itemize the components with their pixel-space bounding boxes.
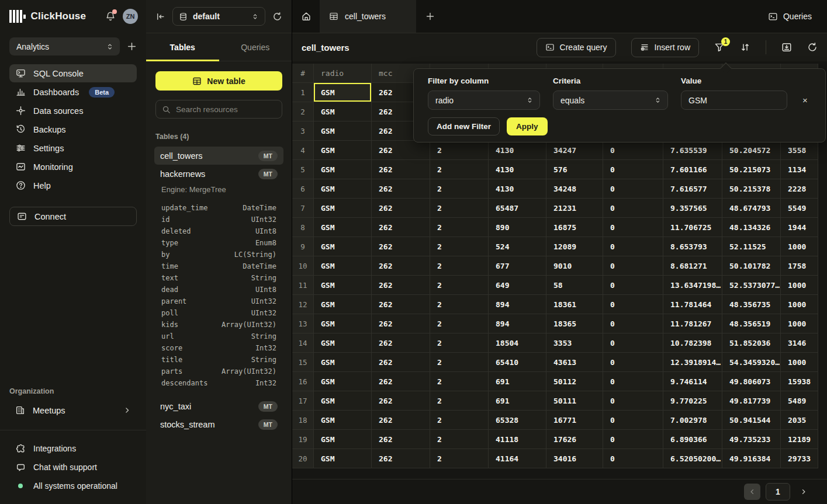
- data-cell[interactable]: 1000: [781, 295, 818, 314]
- data-cell[interactable]: 0: [603, 314, 663, 333]
- data-cell[interactable]: 262: [372, 314, 430, 333]
- queries-link[interactable]: Queries: [768, 0, 827, 33]
- data-cell[interactable]: 2: [430, 199, 489, 218]
- data-cell[interactable]: GSM: [314, 295, 372, 314]
- new-tab-button[interactable]: [416, 0, 444, 33]
- data-cell[interactable]: 649: [489, 276, 546, 295]
- data-cell[interactable]: 691: [489, 391, 546, 411]
- data-cell[interactable]: 50.215378: [722, 179, 781, 199]
- workspace-select[interactable]: Analytics: [9, 37, 120, 55]
- data-cell[interactable]: 262: [372, 449, 430, 468]
- data-cell[interactable]: 890: [489, 218, 546, 237]
- data-cell[interactable]: GSM: [314, 83, 372, 102]
- sidebar-item-settings[interactable]: Settings: [9, 139, 137, 157]
- data-cell[interactable]: 0: [603, 333, 663, 353]
- apply-filter-button[interactable]: Apply: [507, 117, 548, 135]
- data-cell[interactable]: 7.616577: [663, 179, 722, 199]
- data-cell[interactable]: 3558: [781, 141, 818, 160]
- data-cell[interactable]: 262: [372, 333, 430, 353]
- data-cell[interactable]: 1000: [781, 314, 818, 333]
- data-cell[interactable]: 50111: [546, 391, 603, 411]
- add-workspace-button[interactable]: [127, 41, 137, 51]
- footer-item-integrations[interactable]: Integrations: [9, 440, 137, 457]
- data-cell[interactable]: 2: [430, 333, 489, 353]
- data-cell[interactable]: 65410: [489, 353, 546, 372]
- data-cell[interactable]: 0: [603, 218, 663, 237]
- sidebar-item-backups[interactable]: Backups: [9, 120, 137, 138]
- row-number-cell[interactable]: 1: [292, 83, 314, 102]
- filter-criteria-select[interactable]: equals: [553, 91, 668, 110]
- next-page-button[interactable]: [795, 484, 812, 500]
- data-cell[interactable]: 0: [603, 179, 663, 199]
- data-cell[interactable]: 18361: [546, 295, 603, 314]
- row-number-cell[interactable]: 7: [292, 199, 314, 218]
- table-list-item-cell_towers[interactable]: cell_towersMT: [154, 147, 283, 165]
- data-cell[interactable]: 10.782398: [663, 333, 722, 353]
- data-cell[interactable]: 51.852036: [722, 333, 781, 353]
- tab-tables[interactable]: Tables: [146, 33, 219, 61]
- data-cell[interactable]: GSM: [314, 102, 372, 121]
- row-number-cell[interactable]: 16: [292, 372, 314, 391]
- data-cell[interactable]: 8.681271: [663, 256, 722, 276]
- refresh-icon[interactable]: [807, 42, 818, 53]
- data-cell[interactable]: 18504: [489, 333, 546, 353]
- data-cell[interactable]: 1000: [781, 237, 818, 256]
- database-select[interactable]: default: [172, 7, 265, 26]
- data-cell[interactable]: 262: [372, 353, 430, 372]
- row-number-cell[interactable]: 2: [292, 102, 314, 121]
- data-cell[interactable]: 41164: [489, 449, 546, 468]
- data-cell[interactable]: 894: [489, 314, 546, 333]
- data-cell[interactable]: 0: [603, 160, 663, 179]
- data-cell[interactable]: 16875: [546, 218, 603, 237]
- data-cell[interactable]: 262: [372, 179, 430, 199]
- data-cell[interactable]: 6.890366: [663, 430, 722, 449]
- sidebar-item-help[interactable]: Help: [9, 176, 137, 194]
- data-cell[interactable]: 262: [372, 391, 430, 411]
- collapse-panel-icon[interactable]: [155, 12, 165, 22]
- data-cell[interactable]: 262: [372, 411, 430, 430]
- data-cell[interactable]: 576: [546, 160, 603, 179]
- notifications-bell-icon[interactable]: [105, 11, 116, 22]
- data-cell[interactable]: 262: [372, 237, 430, 256]
- data-cell[interactable]: 34248: [546, 179, 603, 199]
- row-number-cell[interactable]: 15: [292, 353, 314, 372]
- data-cell[interactable]: 0: [603, 449, 663, 468]
- data-cell[interactable]: 0: [603, 430, 663, 449]
- table-list-item-stocks_stream[interactable]: stocks_streamMT: [154, 415, 283, 433]
- data-cell[interactable]: 1134: [781, 160, 818, 179]
- data-cell[interactable]: 0: [603, 141, 663, 160]
- data-cell[interactable]: 2: [430, 411, 489, 430]
- data-cell[interactable]: 262: [372, 430, 430, 449]
- data-cell[interactable]: 0: [603, 295, 663, 314]
- data-cell[interactable]: 11.781464: [663, 295, 722, 314]
- data-cell[interactable]: 2: [430, 391, 489, 411]
- row-number-cell[interactable]: 18: [292, 411, 314, 430]
- data-cell[interactable]: 5549: [781, 199, 818, 218]
- data-cell[interactable]: 262: [372, 218, 430, 237]
- data-cell[interactable]: 49.817739: [722, 391, 781, 411]
- data-cell[interactable]: GSM: [314, 160, 372, 179]
- data-cell[interactable]: 2: [430, 160, 489, 179]
- download-icon[interactable]: [781, 42, 792, 53]
- data-cell[interactable]: 2: [430, 449, 489, 468]
- data-cell[interactable]: 262: [372, 141, 430, 160]
- data-cell[interactable]: 34016: [546, 449, 603, 468]
- data-cell[interactable]: 50.215073: [722, 160, 781, 179]
- data-cell[interactable]: 262: [372, 295, 430, 314]
- data-cell[interactable]: 2: [430, 372, 489, 391]
- sidebar-item-sql-console[interactable]: SQL Console: [9, 64, 137, 82]
- data-cell[interactable]: 3146: [781, 333, 818, 353]
- data-cell[interactable]: 262: [372, 199, 430, 218]
- data-cell[interactable]: 12089: [546, 237, 603, 256]
- data-cell[interactable]: 7.002978: [663, 411, 722, 430]
- data-cell[interactable]: 4130: [489, 141, 546, 160]
- data-cell[interactable]: 50112: [546, 372, 603, 391]
- data-cell[interactable]: 49.735233: [722, 430, 781, 449]
- data-cell[interactable]: 2: [430, 179, 489, 199]
- data-cell[interactable]: GSM: [314, 237, 372, 256]
- refresh-tables-icon[interactable]: [272, 12, 282, 22]
- insert-row-button[interactable]: Insert row: [631, 38, 699, 57]
- data-cell[interactable]: 2035: [781, 411, 818, 430]
- data-cell[interactable]: 1758: [781, 256, 818, 276]
- data-cell[interactable]: 48.134326: [722, 218, 781, 237]
